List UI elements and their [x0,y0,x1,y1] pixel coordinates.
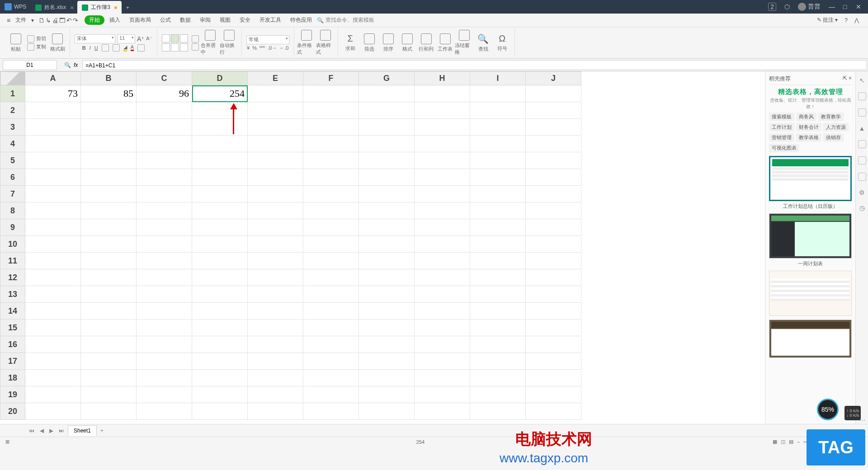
template-tag-5[interactable]: 人力资源 [823,123,849,132]
tab-view[interactable]: 视图 [216,14,235,26]
cell-F10[interactable] [303,236,359,253]
cell-E5[interactable] [248,152,303,169]
cell-F6[interactable] [303,169,359,186]
cell-G2[interactable] [359,102,415,119]
cell-H8[interactable] [415,202,470,219]
cell-D15[interactable] [192,320,248,336]
cell-H17[interactable] [415,353,470,370]
cell-H16[interactable] [415,336,470,353]
row-header-4[interactable]: 4 [0,136,25,152]
cell-J15[interactable] [526,320,581,336]
cell-F14[interactable] [303,303,359,320]
cell-E6[interactable] [248,169,303,186]
cell-F18[interactable] [303,370,359,386]
cell-G14[interactable] [359,303,415,320]
cell-H3[interactable] [415,119,470,136]
rail-icon-3[interactable] [858,140,866,148]
row-header-3[interactable]: 3 [0,119,25,136]
cell-H1[interactable] [415,85,470,102]
doc-tab-1[interactable]: 工作簿3 [77,1,122,14]
cell-I11[interactable] [470,253,526,269]
cell-E11[interactable] [248,253,303,269]
cell-I16[interactable] [470,336,526,353]
cell-H9[interactable] [415,219,470,236]
cell-F15[interactable] [303,320,359,336]
view-break-icon[interactable]: ▤ [789,439,793,445]
template-tag-4[interactable]: 财务会计 [796,123,821,132]
paste-button[interactable]: 粘贴 [6,28,25,57]
cell-C17[interactable] [137,353,192,370]
cell-E4[interactable] [248,136,303,152]
cell-G12[interactable] [359,269,415,286]
cell-E13[interactable] [248,286,303,303]
window-minimize-icon[interactable]: — [829,3,834,10]
template-thumb-3[interactable] [769,320,852,358]
cell-D2[interactable] [192,102,248,119]
cell-A18[interactable] [25,370,81,386]
cell-I19[interactable] [470,386,526,403]
col-header-J[interactable]: J [526,72,581,85]
view-page-icon[interactable]: ◫ [781,439,785,445]
template-tag-0[interactable]: 搜索模板 [769,113,794,121]
col-header-F[interactable]: F [303,72,359,85]
status-mode-icon[interactable]: ⊞ [5,439,9,445]
cell-I10[interactable] [470,236,526,253]
template-thumb-2[interactable] [769,271,852,316]
cell-H5[interactable] [415,152,470,169]
tab-first-icon[interactable]: ⏮ [27,427,36,435]
cell-J6[interactable] [526,169,581,186]
cell-I20[interactable] [470,403,526,420]
cell-D19[interactable] [192,386,248,403]
grid[interactable]: ABCDEFGHIJ173859625423456789101112131415… [0,71,765,424]
cell-E2[interactable] [248,102,303,119]
cell-F7[interactable] [303,186,359,202]
cell-B2[interactable] [81,102,137,119]
cell-G19[interactable] [359,386,415,403]
cell-B19[interactable] [81,386,137,403]
cell-B6[interactable] [81,169,137,186]
cell-B16[interactable] [81,336,137,353]
cell-J19[interactable] [526,386,581,403]
tab-last-icon[interactable]: ⏭ [57,427,66,435]
tab-special[interactable]: 特色应用 [286,14,316,26]
cell-G6[interactable] [359,169,415,186]
cell-A15[interactable] [25,320,81,336]
cell-A9[interactable] [25,219,81,236]
template-tag-7[interactable]: 教学表格 [796,133,821,142]
cell-A14[interactable] [25,303,81,320]
fx-expand-icon[interactable]: 🔍 [64,62,71,68]
cell-A1[interactable]: 73 [25,85,81,102]
cell-B9[interactable] [81,219,137,236]
user-avatar-icon[interactable] [798,3,806,11]
rail-clock-icon[interactable]: ◷ [859,204,865,212]
cell-G10[interactable] [359,236,415,253]
underline-button[interactable]: U [94,45,98,51]
align-bot-center[interactable] [171,43,179,52]
cell-J17[interactable] [526,353,581,370]
filter-button[interactable]: 筛选 [360,28,379,57]
sheet-button[interactable]: 工作表 [436,28,455,57]
tab-dev[interactable]: 开发工具 [255,14,285,26]
clear-fmt-icon[interactable] [137,44,145,52]
file-menu[interactable]: 文件 [11,14,30,26]
qa-undo-icon[interactable]: ↶ [66,17,72,24]
cell-B5[interactable] [81,152,137,169]
align-bot-right[interactable] [180,43,188,52]
cell-C16[interactable] [137,336,192,353]
cell-H10[interactable] [415,236,470,253]
tab-formula[interactable]: 公式 [156,14,175,26]
dec-dec-icon[interactable]: ←.0 [279,45,288,51]
row-header-19[interactable]: 19 [0,386,25,403]
cell-C3[interactable] [137,119,192,136]
cell-F5[interactable] [303,152,359,169]
cell-E1[interactable] [248,85,303,102]
tab-layout[interactable]: 页面布局 [125,14,155,26]
cell-B7[interactable] [81,186,137,202]
cell-G9[interactable] [359,219,415,236]
row-header-6[interactable]: 6 [0,169,25,186]
cell-J8[interactable] [526,202,581,219]
tab-close-icon[interactable]: × [70,4,74,11]
cell-E3[interactable] [248,119,303,136]
template-tag-9[interactable]: 可视化图表 [769,144,799,152]
cell-J11[interactable] [526,253,581,269]
